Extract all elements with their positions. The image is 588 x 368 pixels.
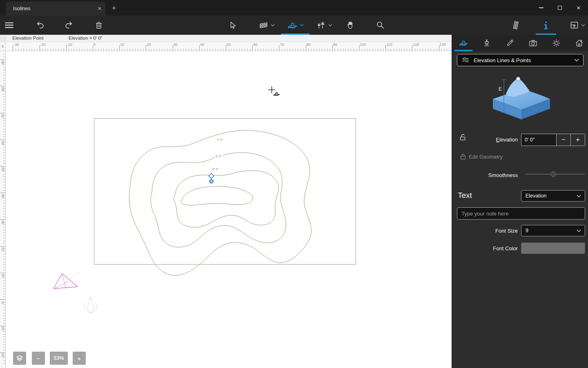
- unlock-icon[interactable]: [459, 133, 468, 142]
- hill-peak-point: [517, 77, 520, 81]
- font-color-swatch[interactable]: [521, 242, 585, 254]
- close-button[interactable]: ✕: [569, 0, 588, 16]
- ruler-tick: [3, 345, 5, 345]
- camera-icon: [528, 38, 538, 48]
- new-tab-button[interactable]: +: [109, 3, 119, 13]
- delete-button[interactable]: [92, 16, 105, 35]
- slider-thumb[interactable]: [550, 171, 556, 177]
- tab-annotations[interactable]: [501, 35, 519, 51]
- terrain-tool-button[interactable]: [283, 16, 307, 35]
- ruler-tick: [101, 49, 101, 51]
- select-tool-button[interactable]: [225, 16, 240, 35]
- info-panel-button[interactable]: [538, 16, 554, 35]
- terrain-properties-icon: [459, 38, 468, 48]
- chevron-down-icon[interactable]: [271, 24, 275, 27]
- ruler-label: 60: [1, 139, 5, 147]
- horizontal-ruler: -30-20-100102030405060708090100110120130: [6, 42, 452, 51]
- tab-building[interactable]: [570, 35, 588, 51]
- ruler-tick: [178, 49, 178, 51]
- ruler-tick: [156, 49, 157, 51]
- ruler-label: 20: [147, 43, 151, 47]
- ruler-tick: [338, 49, 338, 51]
- ruler-tick: [3, 99, 5, 100]
- redo-button[interactable]: [62, 16, 75, 35]
- tab-cameras[interactable]: [524, 35, 542, 51]
- undo-button[interactable]: [33, 16, 47, 35]
- zoom-level[interactable]: 53%: [50, 352, 68, 365]
- ruler-tick: [42, 49, 42, 51]
- ruler-tick: [447, 49, 447, 51]
- note-input[interactable]: [457, 207, 585, 220]
- ruler-tick: [239, 49, 240, 51]
- edit-geometry-button[interactable]: Edit Geometry: [469, 154, 503, 160]
- ruler-tick: [3, 70, 5, 70]
- menu-button[interactable]: [2, 16, 16, 35]
- zoom-in-button[interactable]: +: [73, 352, 86, 365]
- font-size-value: 9: [521, 228, 577, 233]
- font-size-label: Font Size: [477, 228, 518, 234]
- terrain-boundary-rect[interactable]: [94, 119, 356, 265]
- ruler-tick: [3, 163, 5, 164]
- ruler-tick: [31, 49, 32, 51]
- minimize-button[interactable]: [532, 0, 550, 16]
- library-button[interactable]: [509, 16, 524, 35]
- ruler-tick: [3, 307, 5, 308]
- document-tab[interactable]: Isolines ✕: [6, 2, 105, 16]
- ruler-tick: [436, 49, 437, 51]
- view-layout-button[interactable]: [568, 16, 587, 35]
- smoothness-slider[interactable]: [525, 171, 585, 177]
- ruler-tick: [3, 57, 5, 57]
- plant-object[interactable]: [85, 297, 97, 313]
- ruler-tick: [3, 296, 5, 297]
- tab-materials[interactable]: [478, 35, 496, 51]
- ruler-label: 30: [174, 43, 178, 47]
- elevation-increment-button[interactable]: +: [570, 134, 585, 146]
- ruler-tick: [3, 283, 5, 284]
- ruler-tick: [29, 49, 29, 51]
- ruler-tick: [327, 49, 327, 51]
- redo-icon: [64, 20, 74, 30]
- pan-tool-button[interactable]: [343, 16, 359, 35]
- ruler-tick: [301, 49, 301, 51]
- ruler-tick: [3, 180, 5, 180]
- zoom-out-button[interactable]: −: [32, 352, 45, 365]
- ruler-tick: [359, 45, 359, 51]
- text-type-dropdown[interactable]: Elevation: [521, 190, 585, 202]
- tab-lighting[interactable]: [547, 35, 565, 51]
- building-tool-button[interactable]: [256, 16, 278, 35]
- ruler-tick: [242, 49, 242, 51]
- elevation-decrement-button[interactable]: −: [556, 134, 570, 146]
- ruler-tick: [370, 49, 370, 51]
- ruler-tick: [229, 49, 229, 51]
- drawing-canvas[interactable]: 1' 0" 3' 0" 4' 0": [6, 51, 452, 368]
- camera-object[interactable]: [53, 271, 80, 289]
- maximize-button[interactable]: [550, 0, 569, 16]
- ruler-tick: [191, 49, 192, 51]
- elevation-measure-label: E: [499, 86, 502, 92]
- vertical-ruler: -20-100102030405060708090: [0, 51, 6, 368]
- elevation-input[interactable]: [521, 134, 556, 146]
- ruler-tick: [189, 49, 189, 51]
- ruler-tick: [3, 230, 5, 230]
- ruler-label: -30: [13, 43, 19, 47]
- ruler-tick: [77, 49, 77, 51]
- ruler-tick: [114, 49, 114, 51]
- cursor-icon: [228, 21, 237, 30]
- ruler-tick: [223, 49, 223, 51]
- chevron-down-icon[interactable]: [328, 24, 332, 27]
- contour-label-3: 4' 0": [212, 167, 219, 171]
- tab-close-icon[interactable]: ✕: [94, 6, 105, 11]
- chevron-down-icon[interactable]: [581, 24, 585, 27]
- tab-object-properties[interactable]: [454, 35, 472, 51]
- font-size-dropdown[interactable]: 9: [521, 225, 585, 236]
- object-type-selector[interactable]: Elevation Lines & Points: [457, 54, 584, 66]
- ruler-label: 120: [413, 43, 419, 47]
- ruler-label: -20: [1, 352, 5, 360]
- ruler-label: 40: [200, 43, 204, 47]
- ruler-tick: [3, 209, 5, 209]
- ruler-tick: [175, 49, 176, 51]
- layers-button[interactable]: [13, 352, 26, 365]
- plants-tool-button[interactable]: [313, 16, 336, 35]
- chevron-down-icon[interactable]: [300, 24, 304, 27]
- search-tool-button[interactable]: [372, 16, 388, 35]
